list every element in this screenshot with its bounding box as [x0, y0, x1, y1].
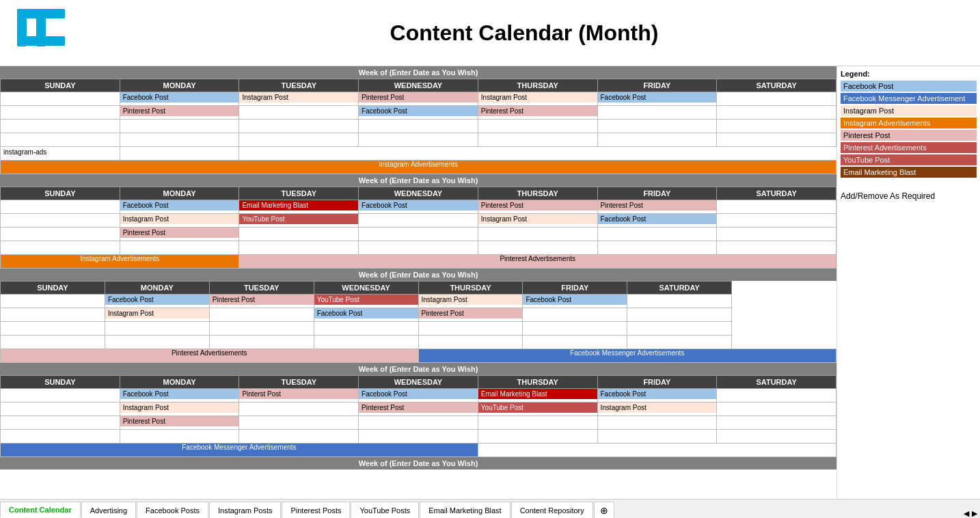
table-cell[interactable]: Instagram Post: [597, 403, 717, 416]
table-cell[interactable]: [478, 133, 597, 147]
table-cell[interactable]: [1, 120, 120, 133]
table-cell[interactable]: [1, 389, 120, 403]
table-cell[interactable]: Instagram Post: [418, 295, 523, 308]
table-cell[interactable]: [239, 403, 359, 416]
table-cell[interactable]: [627, 295, 732, 308]
table-cell[interactable]: Facebook Post: [523, 295, 627, 308]
add-tab-button[interactable]: ⊕: [594, 502, 614, 518]
table-cell[interactable]: [359, 416, 478, 430]
table-cell[interactable]: [627, 336, 732, 349]
table-cell[interactable]: [478, 430, 597, 444]
table-cell[interactable]: Pinterest Post: [478, 106, 597, 120]
table-cell[interactable]: [717, 389, 836, 403]
table-cell[interactable]: [717, 228, 836, 241]
table-cell[interactable]: Pinterest Post: [120, 228, 239, 241]
table-cell[interactable]: Facebook Post: [597, 92, 717, 106]
table-cell[interactable]: Pinterest Post: [209, 295, 314, 308]
tab-instagram-posts[interactable]: Instagram Posts: [209, 502, 281, 518]
ads-cell[interactable]: Instagram Advertisements: [1, 161, 836, 174]
table-cell[interactable]: Instagram Post: [120, 403, 239, 416]
table-cell[interactable]: Pinterest Post: [359, 92, 478, 106]
table-cell[interactable]: [1, 403, 120, 416]
table-cell[interactable]: [597, 228, 717, 241]
table-cell[interactable]: [717, 403, 836, 416]
week-header[interactable]: Week of (Enter Date as You Wish): [0, 363, 836, 375]
table-cell[interactable]: Pinterst Post: [239, 389, 359, 403]
table-cell[interactable]: Email Marketing Blast: [239, 200, 359, 214]
table-cell[interactable]: [597, 241, 717, 255]
table-cell[interactable]: [209, 308, 314, 322]
table-cell[interactable]: [478, 416, 597, 430]
table-cell[interactable]: Facebook Post: [359, 389, 478, 403]
table-cell[interactable]: Facebook Post: [105, 295, 209, 308]
table-cell[interactable]: [1, 92, 120, 106]
table-cell[interactable]: YouTube Post: [314, 295, 418, 308]
table-cell[interactable]: [478, 241, 597, 255]
table-cell[interactable]: [1, 200, 120, 214]
table-cell[interactable]: Instagram Post: [239, 92, 359, 106]
table-cell[interactable]: [523, 308, 627, 322]
table-cell[interactable]: Pinterest Post: [120, 106, 239, 120]
table-cell[interactable]: [1, 228, 120, 241]
table-cell[interactable]: [717, 106, 836, 120]
table-cell[interactable]: [359, 133, 478, 147]
table-cell[interactable]: [314, 322, 418, 336]
table-cell[interactable]: Facebook Post: [314, 308, 418, 322]
table-cell[interactable]: [1, 241, 120, 255]
table-cell[interactable]: Email Marketing Blast: [478, 389, 597, 403]
ads-cell[interactable]: Pinterest Advertisements: [239, 255, 836, 269]
ads-cell[interactable]: Instagram Advertisements: [1, 255, 239, 269]
table-cell[interactable]: Facebook Post: [597, 214, 717, 228]
table-cell[interactable]: [359, 228, 478, 241]
table-cell[interactable]: YouTube Post: [478, 403, 597, 416]
week-header[interactable]: Week of (Enter Date as You Wish): [0, 174, 836, 187]
table-cell[interactable]: [1, 416, 120, 430]
table-cell[interactable]: [1, 133, 120, 147]
tab-facebook-posts[interactable]: Facebook Posts: [137, 502, 208, 518]
table-cell[interactable]: [120, 133, 239, 147]
table-cell[interactable]: [359, 241, 478, 255]
table-cell[interactable]: [597, 133, 717, 147]
table-cell[interactable]: [105, 322, 209, 336]
table-cell[interactable]: [597, 416, 717, 430]
table-cell[interactable]: Instagram Post: [478, 214, 597, 228]
table-cell[interactable]: [418, 336, 523, 349]
table-cell[interactable]: [1, 336, 105, 349]
table-cell[interactable]: [1, 295, 105, 308]
table-cell[interactable]: Instagram Post: [478, 92, 597, 106]
table-cell[interactable]: [314, 336, 418, 349]
week-header[interactable]: Week of (Enter Date as You Wish): [0, 269, 836, 281]
table-cell[interactable]: [1, 430, 120, 444]
ads-cell[interactable]: Pinterest Advertisements: [1, 349, 419, 363]
table-cell[interactable]: [717, 241, 836, 255]
table-cell[interactable]: [1, 106, 120, 120]
ads-cell[interactable]: Facebook Messenger Advertisements: [418, 349, 836, 363]
table-cell[interactable]: [717, 416, 836, 430]
table-cell[interactable]: [120, 430, 239, 444]
table-cell[interactable]: [717, 200, 836, 214]
table-cell[interactable]: [717, 120, 836, 133]
table-cell[interactable]: [1, 214, 120, 228]
table-cell[interactable]: [120, 241, 239, 255]
table-cell[interactable]: Instagram Post: [120, 214, 239, 228]
tab-content-repository[interactable]: Content Repository: [511, 502, 593, 518]
table-cell[interactable]: [717, 430, 836, 444]
table-cell[interactable]: [359, 430, 478, 444]
table-cell[interactable]: [239, 120, 359, 133]
table-cell[interactable]: [478, 228, 597, 241]
table-cell[interactable]: [239, 228, 359, 241]
table-cell[interactable]: instagram-ads: [1, 147, 120, 161]
table-cell[interactable]: [418, 322, 523, 336]
table-cell[interactable]: [105, 336, 209, 349]
table-cell[interactable]: [239, 106, 359, 120]
table-cell[interactable]: [1, 308, 105, 322]
table-cell[interactable]: Pinterest Post: [597, 200, 717, 214]
table-cell[interactable]: Facebook Post: [597, 389, 717, 403]
table-cell[interactable]: [239, 416, 359, 430]
table-cell[interactable]: YouTube Post: [239, 214, 359, 228]
week-header-final[interactable]: Week of (Enter Date as You Wish): [0, 457, 836, 469]
table-cell[interactable]: [239, 133, 359, 147]
tab-content-calendar[interactable]: Content Calendar: [0, 502, 81, 518]
table-cell[interactable]: Facebook Post: [120, 92, 239, 106]
table-cell[interactable]: [717, 92, 836, 106]
